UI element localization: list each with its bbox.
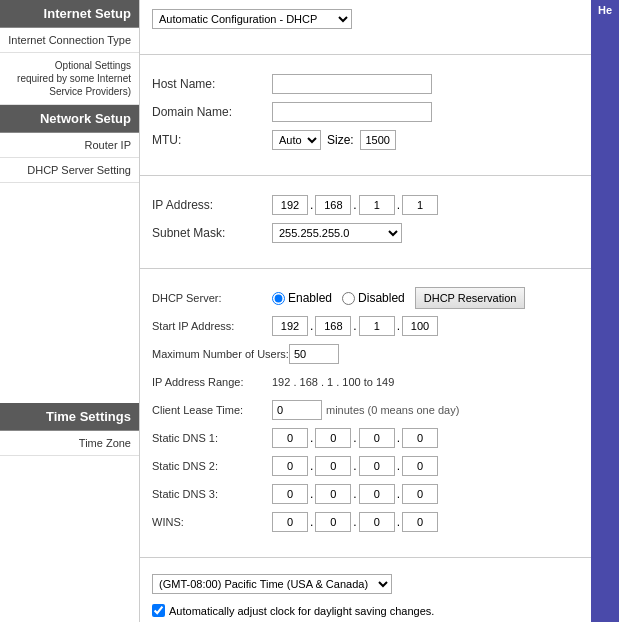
ip-octet-2[interactable] xyxy=(315,195,351,215)
dhcp-enabled-radio[interactable] xyxy=(272,292,285,305)
wins-label: WINS: xyxy=(152,516,272,528)
dhcp-enabled-label[interactable]: Enabled xyxy=(272,291,332,305)
static-dns3-label: Static DNS 3: xyxy=(152,488,272,500)
dns1-octet-3[interactable] xyxy=(359,428,395,448)
start-ip-octet-1[interactable] xyxy=(272,316,308,336)
auto-adjust-label: Automatically adjust clock for daylight … xyxy=(169,605,434,617)
mtu-label: MTU: xyxy=(152,133,272,147)
wins-octet-4[interactable] xyxy=(402,512,438,532)
dns1-octet-1[interactable] xyxy=(272,428,308,448)
dhcp-disabled-label[interactable]: Disabled xyxy=(342,291,405,305)
timezone-select[interactable]: (GMT-08:00) Pacific Time (USA & Canada) xyxy=(152,574,392,594)
subnet-mask-label: Subnet Mask: xyxy=(152,226,272,240)
ip-address-group: . . . xyxy=(272,195,438,215)
right-panel: He xyxy=(591,0,619,622)
dns2-octet-1[interactable] xyxy=(272,456,308,476)
host-name-label: Host Name: xyxy=(152,77,272,91)
internet-connection-type-select[interactable]: Automatic Configuration - DHCP xyxy=(152,9,352,29)
static-dns1-label: Static DNS 1: xyxy=(152,432,272,444)
dns3-octet-2[interactable] xyxy=(315,484,351,504)
start-ip-octet-2[interactable] xyxy=(315,316,351,336)
host-name-input[interactable] xyxy=(272,74,432,94)
client-lease-note: minutes (0 means one day) xyxy=(326,404,459,416)
client-lease-label: Client Lease Time: xyxy=(152,404,272,416)
dhcp-reservation-button[interactable]: DHCP Reservation xyxy=(415,287,526,309)
wins-octet-3[interactable] xyxy=(359,512,395,532)
ip-dot-2: . xyxy=(353,198,356,212)
dns1-octet-2[interactable] xyxy=(315,428,351,448)
start-ip-octet-4[interactable] xyxy=(402,316,438,336)
time-settings-block: (GMT-08:00) Pacific Time (USA & Canada) xyxy=(140,568,591,600)
sidebar-item-time-zone[interactable]: Time Zone xyxy=(0,431,139,456)
client-lease-input[interactable] xyxy=(272,400,322,420)
sidebar-item-router-ip[interactable]: Router IP xyxy=(0,133,139,158)
ip-dot-1: . xyxy=(310,198,313,212)
max-users-label: Maximum Number of Users: xyxy=(152,348,289,360)
mtu-size-input[interactable] xyxy=(360,130,396,150)
ip-range-value: 192 . 168 . 1 . 100 to 149 xyxy=(272,376,394,388)
dhcp-block: DHCP Server: Enabled Disabled DHCP Reser… xyxy=(140,279,591,547)
dns3-group: . . . xyxy=(272,484,438,504)
sidebar-time-settings-header: Time Settings xyxy=(0,403,139,431)
dns1-octet-4[interactable] xyxy=(402,428,438,448)
ip-address-label: IP Address: xyxy=(152,198,272,212)
mtu-select[interactable]: Auto xyxy=(272,130,321,150)
sidebar-internet-setup-header: Internet Setup xyxy=(0,0,139,28)
sidebar-item-dhcp-server-setting[interactable]: DHCP Server Setting xyxy=(0,158,139,183)
dns1-group: . . . xyxy=(272,428,438,448)
dhcp-disabled-radio[interactable] xyxy=(342,292,355,305)
sidebar: Internet Setup Internet Connection Type … xyxy=(0,0,140,622)
sidebar-network-setup-header: Network Setup xyxy=(0,105,139,133)
domain-name-label: Domain Name: xyxy=(152,105,272,119)
dns3-octet-1[interactable] xyxy=(272,484,308,504)
ip-range-label: IP Address Range: xyxy=(152,376,272,388)
sidebar-item-internet-connection-type[interactable]: Internet Connection Type xyxy=(0,28,139,53)
ip-octet-1[interactable] xyxy=(272,195,308,215)
size-label: Size: xyxy=(327,133,354,147)
start-ip-label: Start IP Address: xyxy=(152,320,272,332)
dhcp-server-label: DHCP Server: xyxy=(152,292,272,304)
dns2-group: . . . xyxy=(272,456,438,476)
optional-settings-block: Host Name: Domain Name: MTU: Auto Size: xyxy=(140,65,591,165)
dns2-octet-4[interactable] xyxy=(402,456,438,476)
max-users-input[interactable] xyxy=(289,344,339,364)
start-ip-group: . . . xyxy=(272,316,438,336)
start-ip-octet-3[interactable] xyxy=(359,316,395,336)
wins-octet-2[interactable] xyxy=(315,512,351,532)
ip-octet-3[interactable] xyxy=(359,195,395,215)
dhcp-radio-group: Enabled Disabled DHCP Reservation xyxy=(272,287,525,309)
help-link[interactable]: He xyxy=(591,0,619,20)
domain-name-input[interactable] xyxy=(272,102,432,122)
ip-dot-3: . xyxy=(397,198,400,212)
subnet-mask-select[interactable]: 255.255.255.0 xyxy=(272,223,402,243)
dns2-octet-3[interactable] xyxy=(359,456,395,476)
mtu-controls: Auto Size: xyxy=(272,130,396,150)
router-ip-block: IP Address: . . . Subnet Mask: 255.255.2… xyxy=(140,186,591,258)
wins-octet-1[interactable] xyxy=(272,512,308,532)
sidebar-item-optional-settings[interactable]: Optional Settings required by some Inter… xyxy=(0,53,139,105)
main-content: Automatic Configuration - DHCP Host Name… xyxy=(140,0,591,622)
wins-group: . . . xyxy=(272,512,438,532)
auto-adjust-checkbox[interactable] xyxy=(152,604,165,617)
internet-connection-type-block: Automatic Configuration - DHCP xyxy=(140,0,591,44)
static-dns2-label: Static DNS 2: xyxy=(152,460,272,472)
dns2-octet-2[interactable] xyxy=(315,456,351,476)
dns3-octet-3[interactable] xyxy=(359,484,395,504)
ip-octet-4[interactable] xyxy=(402,195,438,215)
auto-adjust-row: Automatically adjust clock for daylight … xyxy=(140,600,591,621)
dns3-octet-4[interactable] xyxy=(402,484,438,504)
